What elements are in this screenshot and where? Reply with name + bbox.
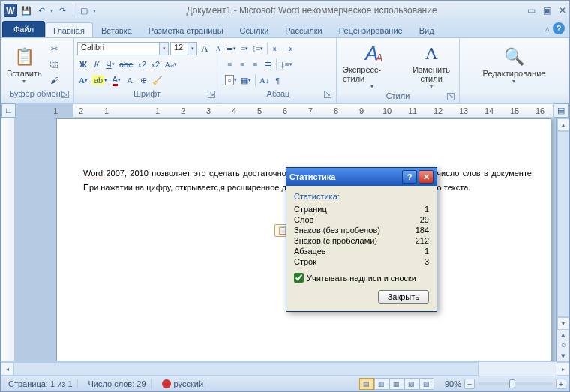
show-marks-icon[interactable]: ¶	[272, 73, 284, 87]
underline-button[interactable]: Ч▾	[104, 58, 116, 71]
increase-indent-icon[interactable]: ⇥	[283, 42, 295, 55]
paste-button[interactable]: 📋 Вставить ▾	[4, 43, 45, 86]
styles-dialog-launcher[interactable]: ↘	[447, 93, 454, 100]
minimize-button[interactable]: ▭	[527, 5, 536, 16]
highlight-icon[interactable]: ab▾	[91, 73, 109, 87]
ribbon-tab-4[interactable]: Рассылки	[277, 22, 330, 37]
chevron-down-icon[interactable]: ▾	[430, 83, 433, 90]
decrease-indent-icon[interactable]: ⇤	[270, 42, 282, 55]
next-page-button[interactable]: ▾	[557, 351, 569, 361]
undo-dropdown[interactable]: ▾	[50, 7, 53, 14]
ribbon-tab-1[interactable]: Вставка	[93, 22, 140, 37]
include-footnotes-checkbox[interactable]: Учитывать надписи и сноски	[294, 273, 429, 283]
ribbon-tab-0[interactable]: Главная	[45, 22, 93, 37]
spellcheck-underline[interactable]: Word	[83, 169, 103, 178]
text-effects-icon[interactable]: A▾	[77, 73, 89, 87]
shading-icon[interactable]: ▫▾	[224, 73, 238, 87]
view-web[interactable]: ▦	[389, 378, 404, 390]
font-color-icon[interactable]: A▾	[110, 73, 122, 87]
enclose-characters-icon[interactable]: ⊕	[137, 73, 149, 87]
bullets-icon[interactable]: ≔▾	[224, 42, 238, 55]
sort-icon[interactable]: A↓	[258, 73, 271, 87]
horizontal-ruler[interactable]: 12112345678910111213141516	[16, 103, 554, 118]
new-doc-icon[interactable]: ▢	[78, 4, 90, 16]
dialog-help-button[interactable]: ?	[402, 170, 417, 184]
save-icon[interactable]: 💾	[20, 4, 32, 16]
scroll-thumb[interactable]	[557, 131, 569, 317]
view-print-layout[interactable]: ▤	[359, 378, 374, 390]
clear-formatting-icon[interactable]: 🧹	[151, 73, 164, 87]
change-case-icon[interactable]: Aa▾	[163, 58, 178, 71]
dialog-close-button[interactable]: ✕	[418, 170, 434, 184]
font-family-combo[interactable]: Calibri▾	[77, 42, 169, 55]
browse-object-button[interactable]: ○	[557, 340, 569, 351]
paragraph-dialog-launcher[interactable]: ↘	[324, 91, 332, 98]
status-word-count[interactable]: Число слов: 29	[84, 379, 152, 388]
subscript-button[interactable]: x2	[136, 58, 148, 71]
chevron-down-icon[interactable]: ▾	[512, 78, 515, 85]
zoom-out-button[interactable]: −	[464, 379, 475, 389]
vertical-scrollbar[interactable]: ▴ ▾ ▴ ○ ▾	[556, 118, 569, 361]
numbering-icon[interactable]: ≡▾	[238, 42, 250, 55]
format-painter-icon[interactable]: 🖌	[48, 73, 62, 87]
justify-icon[interactable]: ≣	[262, 58, 274, 71]
maximize-button[interactable]: ▣	[543, 5, 551, 16]
zoom-slider[interactable]	[478, 382, 553, 385]
minimize-ribbon-icon[interactable]: ▵	[545, 24, 550, 34]
borders-icon[interactable]: ▦▾	[239, 73, 253, 87]
ruler-toggle[interactable]: ▤	[554, 103, 568, 118]
italic-button[interactable]: К	[91, 58, 103, 71]
zoom-level[interactable]: 90%	[445, 379, 461, 388]
quick-styles-button[interactable]: AA Экспресс-стили ▾	[340, 40, 404, 91]
hscroll-thumb[interactable]	[14, 362, 478, 376]
cut-icon[interactable]: ✂	[48, 42, 62, 55]
zoom-in-button[interactable]: +	[556, 379, 566, 389]
clipboard-dialog-launcher[interactable]: ↘	[62, 91, 69, 98]
status-language[interactable]: русский	[158, 379, 208, 388]
tab-selector[interactable]: ∟	[2, 103, 16, 118]
undo-icon[interactable]: ↶	[35, 4, 47, 16]
bold-button[interactable]: Ж	[77, 58, 89, 71]
ribbon-tab-3[interactable]: Ссылки	[232, 22, 278, 37]
superscript-button[interactable]: x2	[149, 58, 161, 71]
strikethrough-button[interactable]: abe	[118, 58, 134, 71]
chevron-down-icon[interactable]: ▾	[370, 83, 374, 90]
align-center-icon[interactable]: ≡	[236, 58, 248, 71]
redo-icon[interactable]: ↷	[56, 4, 68, 16]
grow-font-icon[interactable]: A	[199, 42, 211, 55]
scroll-down-button[interactable]: ▾	[557, 317, 569, 330]
paste-dropdown-icon[interactable]: ▾	[22, 78, 26, 85]
view-full-screen[interactable]: ▥	[374, 378, 389, 390]
view-outline[interactable]: ▧	[404, 378, 419, 390]
view-draft[interactable]: ▨	[419, 378, 434, 390]
checkbox-input[interactable]	[294, 273, 304, 283]
help-icon[interactable]: ?	[553, 22, 565, 34]
font-size-combo[interactable]: 12▾	[170, 42, 197, 55]
zoom-slider-knob[interactable]	[509, 379, 515, 388]
copy-icon[interactable]: ⿻	[48, 58, 62, 71]
dialog-title-bar[interactable]: Статистика ? ✕	[286, 168, 436, 186]
scroll-up-button[interactable]: ▴	[557, 118, 569, 131]
editing-button[interactable]: 🔍 Редактирование ▾	[480, 43, 549, 86]
align-left-icon[interactable]: ≡	[224, 58, 236, 71]
font-dialog-launcher[interactable]: ↘	[208, 91, 215, 98]
status-page[interactable]: Страница: 1 из 1	[4, 379, 78, 388]
horizontal-scrollbar[interactable]: ◂ ▸	[1, 361, 569, 376]
line-spacing-icon[interactable]: ‡≡▾	[279, 58, 294, 71]
ribbon-tab-6[interactable]: Вид	[411, 22, 442, 37]
change-styles-button[interactable]: A Изменить стили ▾	[406, 40, 456, 91]
dialog-close-action-button[interactable]: Закрыть	[378, 290, 429, 304]
scroll-right-button[interactable]: ▸	[556, 362, 569, 376]
multilevel-list-icon[interactable]: ⁝≡▾	[251, 42, 265, 55]
file-tab[interactable]: Файл	[2, 21, 45, 37]
vertical-ruler[interactable]	[1, 118, 15, 361]
scroll-left-button[interactable]: ◂	[1, 362, 14, 376]
align-right-icon[interactable]: ≡	[249, 58, 261, 71]
character-shading-icon[interactable]: A	[124, 73, 136, 87]
ribbon-tab-2[interactable]: Разметка страницы	[140, 22, 232, 37]
close-window-button[interactable]: ✕	[559, 5, 566, 16]
prev-page-button[interactable]: ▴	[557, 330, 569, 340]
chevron-down-icon[interactable]: ▾	[159, 43, 168, 55]
chevron-down-icon[interactable]: ▾	[188, 43, 196, 55]
ribbon-tab-5[interactable]: Рецензирование	[331, 22, 411, 37]
